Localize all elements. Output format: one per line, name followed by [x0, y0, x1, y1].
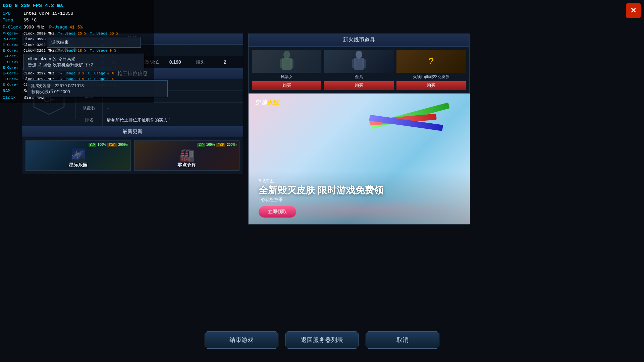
- update-card-1-icon: 🌌: [71, 148, 86, 163]
- shop-item-2-img: [324, 50, 393, 73]
- hud-core-7-t0-val: 8 %: [77, 71, 84, 76]
- svg-rect-8: [352, 59, 356, 68]
- shop-item-1-name: 风暴女: [281, 74, 293, 80]
- kd-val: 0.190: [163, 59, 187, 65]
- right-panel: 新火线币道具 风暴女 购买: [248, 34, 470, 225]
- shop-item-1-img: [252, 50, 321, 73]
- shop-item-2: 金戈 购买: [324, 50, 393, 90]
- shop-item-1: 风暴女 购买: [252, 50, 321, 90]
- ad-date: 6.2周五: [259, 178, 460, 184]
- hud-ram-label: RAM: [3, 88, 21, 95]
- hud-cpu-val: Intel Core i5-1235U: [23, 10, 73, 17]
- hud-core-0-t1-label: T₁ Usage: [90, 31, 108, 37]
- popup-equipment: 距3次装备 · 22679 0/71013 获得火线币 0/12000: [27, 80, 168, 97]
- cancel-button[interactable]: 取消: [366, 331, 439, 349]
- svg-point-6: [356, 51, 362, 59]
- shop-item-3-img: ?: [396, 50, 466, 73]
- hud-core-5-label: E-Core₃: [3, 59, 21, 65]
- svg-point-2: [283, 51, 290, 59]
- hud-core-7-t1-label: T₁ Usage: [88, 71, 105, 76]
- hud-cpu-row: CPU Intel Core i5-1235U: [3, 10, 152, 17]
- hud-core-7-label: E-Core₅: [3, 71, 21, 76]
- hud-pclock-label: P-Clock: [3, 24, 21, 31]
- hud-pusage-label: P-Usage: [49, 24, 67, 31]
- badge-gp-pct-2: 100%: [206, 143, 215, 147]
- svg-rect-4: [280, 59, 283, 68]
- popup-highlight: nihaolaizum 的 今日高光 晋进 ·3 回合 没有机会升级矿 下↑2: [23, 54, 144, 70]
- badge-gp-pct-1: 100%: [98, 143, 106, 147]
- ad-claim-button[interactable]: 立即领取: [259, 206, 296, 218]
- shop-item-3: ? 火线币商城22兑换券 购买: [396, 50, 466, 90]
- hud-core-7-t0-label: T₀ Usage: [58, 71, 75, 76]
- badge-exp-pct-1: 200%↑: [118, 143, 128, 147]
- badge-gp-1: GP: [89, 143, 96, 147]
- hud-title: D3D 9 239 FPS 4.2 ms: [3, 2, 152, 10]
- hud-cpu-label: CPU: [3, 10, 21, 17]
- hud-core-3-label: E-Core₁: [3, 48, 21, 54]
- ad-guns: [369, 104, 463, 157]
- close-button[interactable]: ✕: [626, 3, 641, 18]
- hud-core-0-t0-val: 25 %: [77, 31, 86, 37]
- svg-rect-9: [362, 59, 366, 68]
- update-card-2[interactable]: 🏭 零点仓库 GP 100% EXP 200%↑: [134, 140, 239, 171]
- gk-rank-row: 排名 请参加枪王排位来证明你的实力！: [76, 114, 243, 126]
- hud-core-1-label: P-Core₁: [3, 37, 21, 42]
- update-section: 最新更新 🌌 星际乐园 GP 100% EXP 200%↑ 🏭 零点仓库: [22, 126, 243, 174]
- update-card-1[interactable]: 🌌 星际乐园 GP 100% EXP 200%↑: [25, 140, 131, 171]
- close-icon: ✕: [630, 6, 636, 15]
- ad-title: 全新毁灭皮肤 限时游戏免费领: [259, 184, 460, 197]
- update-card-2-icon: 🏭: [179, 148, 195, 163]
- end-game-button[interactable]: 结束游戏: [205, 331, 278, 349]
- shop-buy-btn-2[interactable]: 购买: [324, 81, 393, 90]
- hud-pclock-val: 3990 MHz: [23, 24, 44, 31]
- hud-core-0-t1-val: 65 %: [110, 31, 118, 37]
- svg-rect-5: [290, 59, 293, 68]
- gk-rank-val: 请参加枪王排位来证明你的实力！: [103, 114, 176, 126]
- gk-kills-val: –: [103, 103, 113, 114]
- shop-item-2-name: 金戈: [355, 74, 363, 80]
- hud-core-0: P-Core₀ Clock 3990 MHz T₀ Usage 25 % T₁ …: [3, 31, 152, 37]
- popup3-sub: 获得火线币 0/12000: [31, 89, 163, 95]
- headshots-val: 2: [213, 59, 237, 65]
- update-card-1-label: 星际乐园: [69, 162, 88, 170]
- hud-core-6-label: E-Core₄: [3, 65, 21, 71]
- hud-core-7: E-Core₅ Clock 3292 MHz T₀ Usage 8 % T₁ U…: [3, 71, 152, 76]
- hud-temp-val: 65 °C: [23, 17, 37, 24]
- hud-core-9-label: E-Core₇: [3, 82, 21, 88]
- hud-temp-row: Temp 65 °C: [3, 17, 152, 24]
- hud-core-0-t0-label: T₀ Usage: [58, 31, 75, 37]
- hud-core-3-t0-val: 18 %: [77, 48, 86, 54]
- popup2-line1: nihaolaizum 的 今日高光: [28, 56, 140, 62]
- shop-items: 风暴女 购买 金戈 购买 ? 火线币商城22兑换券 购买: [249, 47, 469, 94]
- shop-buy-btn-1[interactable]: 购买: [252, 81, 321, 90]
- popup1-text: 游戏结束: [51, 40, 69, 45]
- char-silhouette-2-icon: [351, 51, 367, 72]
- hud-pusage-val: 41.5%: [69, 24, 83, 31]
- hud-temp-label: Temp: [3, 17, 21, 24]
- shop-item-3-icon: ?: [428, 56, 434, 67]
- shop-buy-btn-3[interactable]: 购买: [396, 81, 466, 90]
- shop-title: 新火线币道具: [343, 37, 375, 43]
- hud-core-3-clock: Clock 3292 MHz: [23, 48, 54, 54]
- update-card-1-badge: GP 100% EXP 200%↑: [89, 143, 128, 147]
- return-server-button[interactable]: 返回服务器列表: [285, 331, 359, 349]
- hud-d3d: D3D 9 239 FPS 4.2 ms: [3, 2, 63, 10]
- update-header: 最新更新: [22, 126, 243, 137]
- bottom-bar: 结束游戏 返回服务器列表 取消: [0, 331, 644, 349]
- hud-core-8-label: E-Core₆: [3, 76, 21, 82]
- hud-core-3-t1-val: 0 %: [110, 48, 116, 54]
- hud-core-0-label: P-Core₀: [3, 31, 21, 37]
- shop-header: 新火线币道具: [249, 34, 469, 47]
- hud-core-3-t0-label: T₀ Usage: [58, 48, 75, 54]
- gk-rank-label: 排名: [76, 114, 103, 126]
- shop-item-3-name: 火线币商城22兑换券: [413, 74, 449, 80]
- headshots-label: 爆头: [188, 59, 213, 65]
- hud-core-7-t1-val: 0 %: [107, 71, 114, 76]
- popup2-line2: 晋进 ·3 回合 没有机会升级矿 下↑2: [28, 62, 140, 68]
- gk-kills-label: 杀敌数: [76, 103, 103, 114]
- hud-core-3: E-Core₁ Clock 3292 MHz T₀ Usage 18 % T₁ …: [3, 48, 152, 54]
- ad-overlay: 6.2周五 全新毁灭皮肤 限时游戏免费领 · 心花怒放季 · 立即领取: [249, 171, 470, 224]
- badge-gp-2: GP: [197, 143, 205, 147]
- hud-core-4-label: E-Core₂: [3, 54, 21, 59]
- update-cards: 🌌 星际乐园 GP 100% EXP 200%↑ 🏭 零点仓库 GP 100%: [22, 137, 243, 174]
